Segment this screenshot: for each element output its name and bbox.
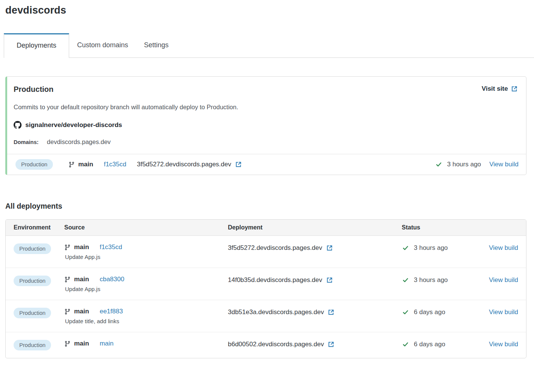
tab-custom-domains[interactable]: Custom domains <box>69 33 136 57</box>
view-build-link[interactable]: View build <box>489 341 518 348</box>
domains-value: devdiscords.pages.dev <box>47 138 111 146</box>
domains-label: Domains: <box>14 139 39 145</box>
view-build-link[interactable]: View build <box>489 161 519 168</box>
deployment-url: 3f5d5272.devdiscords.pages.dev <box>228 244 322 252</box>
environment-badge: Production <box>14 340 51 350</box>
column-header-deployment: Deployment <box>228 224 402 231</box>
branch-name: main <box>74 308 89 315</box>
check-icon <box>402 245 409 251</box>
git-branch-icon <box>64 308 71 315</box>
external-link-icon[interactable] <box>326 277 333 284</box>
check-icon <box>435 161 443 167</box>
table-row: Production main f1c35cd Update App.js 3f… <box>6 236 526 268</box>
branch-name: main <box>74 340 89 347</box>
git-branch-icon <box>64 276 71 283</box>
visit-site-label: Visit site <box>481 85 508 93</box>
check-icon <box>402 341 409 347</box>
branch-name: main <box>78 161 93 168</box>
external-link-icon[interactable] <box>235 161 242 168</box>
environment-badge: Production <box>14 276 51 286</box>
all-deployments-title: All deployments <box>5 202 526 211</box>
tab-deployments[interactable]: Deployments <box>4 33 69 58</box>
commit-message: Update App.js <box>65 286 228 292</box>
git-branch-icon <box>64 341 71 347</box>
deployment-url: 14f0b35d.devdiscords.pages.dev <box>228 276 322 284</box>
deployments-table: Environment Source Deployment Status Pro… <box>5 219 526 358</box>
status-time: 6 days ago <box>414 308 445 316</box>
github-icon <box>14 121 22 129</box>
deployment-url: b6d00502.devdiscords.pages.dev <box>228 341 324 348</box>
table-header: Environment Source Deployment Status <box>6 220 526 236</box>
repository-name: signalnerve/developer-discords <box>25 121 122 129</box>
commit-link[interactable]: main <box>100 340 114 347</box>
check-icon <box>402 309 409 315</box>
check-icon <box>402 277 409 283</box>
view-build-link[interactable]: View build <box>489 276 518 284</box>
status-time: 6 days ago <box>414 341 445 348</box>
commit-link[interactable]: ee1f883 <box>100 308 123 315</box>
git-branch-icon <box>64 244 71 251</box>
status-time: 3 hours ago <box>447 161 481 168</box>
visit-site-link[interactable]: Visit site <box>481 85 519 93</box>
column-header-environment: Environment <box>14 224 64 231</box>
external-link-icon[interactable] <box>326 245 333 251</box>
commit-link[interactable]: f1c35cd <box>104 161 127 168</box>
environment-badge: Production <box>14 243 51 254</box>
deployment-url: 3db51e3a.devdiscords.pages.dev <box>228 308 324 316</box>
branch-name: main <box>74 276 89 283</box>
column-header-status: Status <box>402 224 477 231</box>
repository-link[interactable]: signalnerve/developer-discords <box>14 121 519 129</box>
production-deployment-row: Production main f1c35cd 3f5d5272.devdisc… <box>7 154 526 175</box>
tab-settings[interactable]: Settings <box>136 33 176 57</box>
commit-link[interactable]: f1c35cd <box>100 243 122 251</box>
external-link-icon[interactable] <box>328 309 334 316</box>
production-description: Commits to your default repository branc… <box>14 104 519 111</box>
view-build-link[interactable]: View build <box>489 244 518 251</box>
commit-message: Update title, add links <box>65 318 228 324</box>
git-branch-icon <box>68 161 75 168</box>
page-title: devdiscords <box>5 0 526 16</box>
table-row: Production main cba8300 Update App.js 14… <box>6 268 526 300</box>
production-card-title: Production <box>14 85 54 94</box>
environment-badge: Production <box>15 159 53 170</box>
table-row: Production main ee1f883 Update title, ad… <box>6 300 526 332</box>
tab-bar: Deployments Custom domains Settings <box>4 33 534 58</box>
page: devdiscords Deployments Custom domains S… <box>5 0 526 358</box>
status-time: 3 hours ago <box>414 244 448 252</box>
production-card: Production Visit site Commits to your de… <box>5 76 526 175</box>
deployment-url: 3f5d5272.devdiscords.pages.dev <box>137 161 231 168</box>
branch-name: main <box>74 243 89 251</box>
status-time: 3 hours ago <box>414 276 448 284</box>
table-row: Production main main b6d00502.devdiscord… <box>6 332 526 358</box>
environment-badge: Production <box>14 308 51 318</box>
external-link-icon <box>511 85 518 92</box>
view-build-link[interactable]: View build <box>489 308 518 316</box>
commit-message: Update App.js <box>65 254 228 260</box>
commit-link[interactable]: cba8300 <box>100 276 124 283</box>
external-link-icon[interactable] <box>328 341 334 348</box>
column-header-source: Source <box>64 224 228 231</box>
